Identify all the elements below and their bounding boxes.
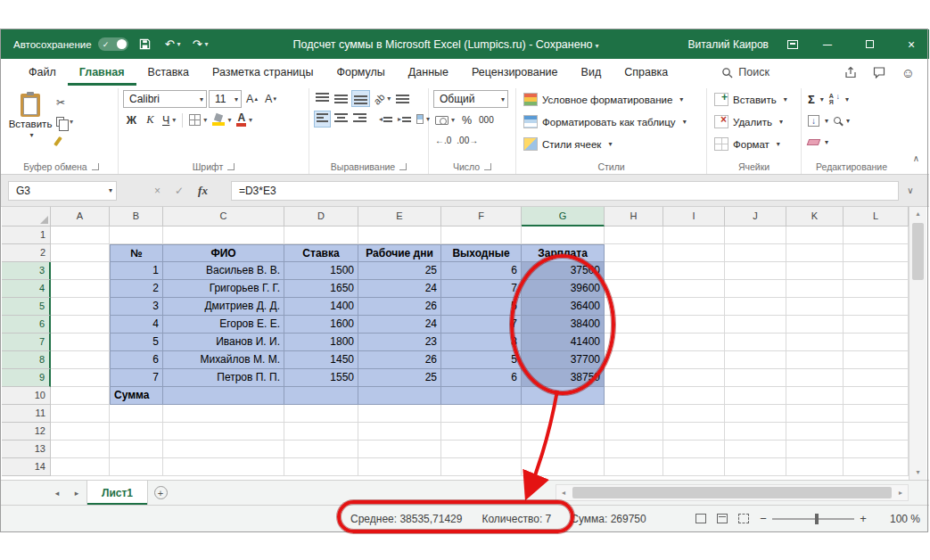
- cell-E13[interactable]: [358, 441, 441, 458]
- cell-L5[interactable]: [844, 298, 909, 316]
- autosave-toggle[interactable]: ✓: [98, 37, 128, 51]
- cell-B3[interactable]: 1: [110, 262, 163, 280]
- cell-I14[interactable]: [663, 458, 725, 476]
- scroll-right-icon[interactable]: ▸: [893, 486, 908, 500]
- cell-C10[interactable]: [163, 387, 284, 405]
- paste-button[interactable]: Вставить ▾: [9, 90, 52, 149]
- cell-C5[interactable]: Дмитриев Д. Д.: [163, 298, 284, 316]
- wrap-text-button[interactable]: [394, 90, 411, 107]
- cell-J3[interactable]: [725, 262, 786, 280]
- cell-F6[interactable]: 7: [441, 316, 522, 334]
- cell-F7[interactable]: 8: [441, 334, 522, 351]
- format-cells-button[interactable]: Формат▾: [712, 135, 796, 153]
- tab-page-layout[interactable]: Разметка страницы: [201, 59, 325, 86]
- cell-C6[interactable]: Егоров Е. Е.: [163, 316, 284, 334]
- zoom-slider-thumb[interactable]: [815, 514, 819, 524]
- minimize-button[interactable]: ─: [810, 29, 845, 59]
- dialog-launcher-icon[interactable]: [399, 163, 407, 170]
- cell-J4[interactable]: [725, 280, 786, 298]
- cell-L14[interactable]: [844, 458, 909, 476]
- borders-button[interactable]: ▾: [187, 111, 209, 128]
- cell-I13[interactable]: [663, 441, 725, 458]
- cell-G14[interactable]: [522, 458, 605, 476]
- cell-F9[interactable]: 6: [441, 369, 522, 387]
- cell-K12[interactable]: [786, 423, 844, 441]
- conditional-formatting-button[interactable]: Условное форматирование▾: [521, 90, 702, 109]
- dialog-launcher-icon[interactable]: [484, 163, 491, 170]
- ribbon-display-options-button[interactable]: [782, 33, 803, 56]
- cell-I2[interactable]: [663, 244, 725, 262]
- cell-H2[interactable]: [605, 244, 663, 262]
- cell-K8[interactable]: [786, 351, 844, 369]
- undo-button[interactable]: ↶▾: [162, 33, 184, 56]
- cell-D12[interactable]: [284, 423, 358, 441]
- cell-H5[interactable]: [605, 298, 663, 316]
- cell-G6[interactable]: 38400: [522, 316, 605, 334]
- cell-E12[interactable]: [358, 423, 441, 441]
- comment-icon[interactable]: [873, 66, 885, 78]
- percent-style-button[interactable]: %: [458, 111, 475, 128]
- format-as-table-button[interactable]: Форматировать как таблицу▾: [521, 112, 702, 131]
- cell-B2[interactable]: №: [110, 244, 163, 262]
- cell-E14[interactable]: [358, 458, 441, 476]
- row-header-2[interactable]: 2: [2, 244, 51, 262]
- row-header-13[interactable]: 13: [2, 441, 51, 458]
- cell-A7[interactable]: [51, 334, 110, 351]
- cell-E1[interactable]: [358, 226, 441, 244]
- cell-D3[interactable]: 1500: [284, 262, 358, 280]
- cell-F14[interactable]: [441, 458, 522, 476]
- vertical-scrollbar[interactable]: ▴ ▾: [909, 207, 926, 480]
- redo-button[interactable]: ↷▾: [190, 33, 211, 56]
- align-top-button[interactable]: [314, 90, 331, 107]
- tab-insert[interactable]: Вставка: [136, 59, 201, 86]
- row-header-7[interactable]: 7: [2, 334, 51, 351]
- cell-J9[interactable]: [725, 369, 786, 387]
- column-header-G[interactable]: G: [522, 207, 605, 226]
- row-header-12[interactable]: 12: [2, 423, 51, 441]
- close-button[interactable]: ×: [893, 29, 929, 59]
- cell-L9[interactable]: [844, 369, 909, 387]
- delete-cells-button[interactable]: Удалить▾: [712, 112, 796, 131]
- name-box[interactable]: G3 ▾: [8, 181, 117, 201]
- cell-H1[interactable]: [605, 226, 663, 244]
- cell-F8[interactable]: 5: [441, 351, 522, 369]
- zoom-slider[interactable]: [772, 511, 854, 527]
- cell-C14[interactable]: [163, 458, 284, 476]
- cell-C2[interactable]: ФИО: [163, 244, 284, 262]
- cell-C1[interactable]: [163, 226, 284, 244]
- cell-F13[interactable]: [441, 441, 522, 458]
- cell-C8[interactable]: Михайлов М. М.: [163, 351, 284, 369]
- column-header-L[interactable]: L: [844, 207, 909, 226]
- cell-K2[interactable]: [786, 244, 844, 262]
- cell-B9[interactable]: 7: [110, 369, 163, 387]
- cell-I4[interactable]: [663, 280, 725, 298]
- scroll-up-icon[interactable]: ▴: [909, 207, 926, 221]
- vertical-scroll-thumb[interactable]: [912, 223, 924, 280]
- cell-C4[interactable]: Григорьев Г. Г.: [163, 280, 284, 298]
- autosum-button[interactable]: Σ▾: [806, 90, 826, 108]
- cell-H3[interactable]: [605, 262, 663, 280]
- status-count[interactable]: Количество: 7: [481, 513, 551, 525]
- cell-B8[interactable]: 6: [110, 351, 163, 369]
- new-sheet-button[interactable]: +: [148, 481, 173, 505]
- cell-D13[interactable]: [284, 441, 358, 458]
- cell-F3[interactable]: 6: [441, 262, 522, 280]
- column-header-I[interactable]: I: [663, 207, 725, 226]
- orientation-button[interactable]: ab▾: [372, 90, 392, 107]
- formula-bar-expand-button[interactable]: ∨: [899, 185, 922, 195]
- cell-D11[interactable]: [284, 405, 358, 423]
- cell-D10[interactable]: [284, 387, 358, 405]
- cell-G9[interactable]: 38750: [522, 369, 605, 387]
- tab-file[interactable]: Файл: [17, 59, 68, 86]
- cell-D1[interactable]: [284, 226, 358, 244]
- cell-A13[interactable]: [51, 441, 110, 458]
- cell-L4[interactable]: [844, 280, 909, 298]
- cell-F11[interactable]: [441, 405, 522, 423]
- cell-A9[interactable]: [51, 369, 110, 387]
- formula-input[interactable]: =D3*E3: [231, 181, 899, 201]
- sheet-nav-left-icon[interactable]: ◂: [47, 481, 67, 505]
- cell-E7[interactable]: 23: [358, 334, 441, 351]
- cell-I9[interactable]: [663, 369, 725, 387]
- cell-I1[interactable]: [663, 226, 725, 244]
- cell-H6[interactable]: [605, 316, 663, 334]
